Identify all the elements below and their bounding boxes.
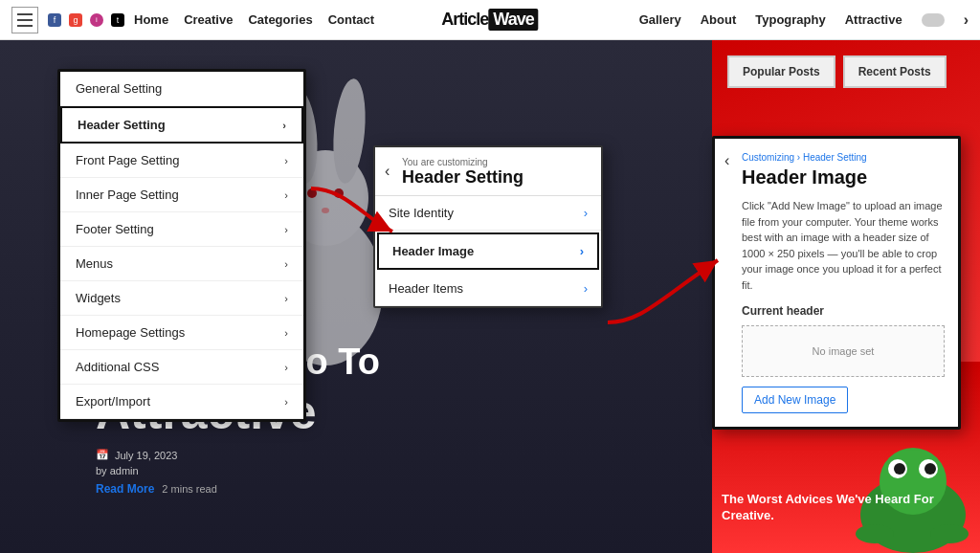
breadcrumb-section: Header Setting xyxy=(803,152,867,163)
svg-point-4 xyxy=(307,188,317,198)
chevron-right-icon: › xyxy=(284,258,288,270)
nav-creative[interactable]: Creative xyxy=(184,12,233,27)
chevron-blue-icon: › xyxy=(584,281,588,296)
red-post-title: The Worst Advices We've Heard For Creati… xyxy=(722,492,970,524)
panel-image-description: Click "Add New Image" to upload an image… xyxy=(742,198,945,293)
google-icon[interactable]: g xyxy=(69,13,82,27)
menu-footer-setting[interactable]: Footer Setting › xyxy=(60,212,303,247)
menu-widgets[interactable]: Widgets › xyxy=(60,281,303,316)
panel-header-header-image[interactable]: Header Image › xyxy=(377,232,599,270)
nav-attractive[interactable]: Attractive xyxy=(845,12,902,27)
svg-point-5 xyxy=(334,188,344,198)
main-area: Sould Not Go To Attractive 📅 July 19, 20… xyxy=(0,40,980,553)
current-header-label: Current header xyxy=(742,304,945,318)
chevron-right-icon: › xyxy=(284,189,288,201)
breadcrumb-customizing: Customizing xyxy=(742,152,794,163)
menu-homepage-settings[interactable]: Homepage Settings › xyxy=(60,316,303,350)
menu-header-setting[interactable]: Header Setting › xyxy=(60,106,303,144)
menu-inner-page[interactable]: Inner Page Setting › xyxy=(60,178,303,212)
chevron-right-icon: › xyxy=(284,396,288,408)
facebook-icon[interactable]: f xyxy=(48,13,61,27)
chevron-right-icon: › xyxy=(284,293,288,304)
menu-front-page[interactable]: Front Page Setting › xyxy=(60,144,303,178)
instagram-icon[interactable]: i xyxy=(90,13,103,27)
recent-posts-button[interactable]: Recent Posts xyxy=(843,55,947,88)
nav-contact[interactable]: Contact xyxy=(328,12,374,27)
topnav: f g i t Home Creative Categories Contact… xyxy=(0,0,980,40)
social-icons: f g i t xyxy=(48,13,124,27)
hero-meta: 📅 July 19, 2023 xyxy=(96,449,380,461)
panel-image-title: Header Image xyxy=(742,166,945,188)
svg-point-6 xyxy=(322,208,329,213)
chevron-right-icon: › xyxy=(282,120,286,131)
chevron-right-icon: › xyxy=(284,362,288,373)
chevron-blue-icon: › xyxy=(580,244,584,258)
breadcrumb: Customizing › Header Setting xyxy=(742,152,945,163)
chevron-right-icon: › xyxy=(284,224,288,235)
panel-header-title: Header Setting xyxy=(402,167,588,188)
panel-header-setting: ‹ You are customizing Header Setting Sit… xyxy=(373,145,603,308)
hero-date: July 19, 2023 xyxy=(115,450,177,461)
panel-image-back-icon[interactable]: ‹ xyxy=(724,152,729,169)
chevron-right-icon: › xyxy=(284,155,288,166)
customizing-label: You are customizing xyxy=(402,157,588,167)
nav-home[interactable]: Home xyxy=(134,12,168,27)
nav-more[interactable]: › xyxy=(964,11,969,29)
popular-posts-button[interactable]: Popular Posts xyxy=(727,55,835,88)
read-more-link[interactable]: Read More xyxy=(96,482,154,496)
svg-point-10 xyxy=(894,463,905,475)
nav-gallery[interactable]: Gallery xyxy=(639,12,681,27)
svg-point-14 xyxy=(930,524,969,543)
chevron-blue-icon: › xyxy=(584,206,588,220)
panel-header-top: ‹ You are customizing Header Setting xyxy=(375,147,601,196)
hamburger-button[interactable] xyxy=(11,7,38,33)
chevron-right-icon: › xyxy=(284,327,288,339)
hero-author: by admin xyxy=(96,465,380,476)
panel-header-image: ‹ Customizing › Header Setting Header Im… xyxy=(712,136,961,430)
red-content: Popular Posts Recent Posts xyxy=(712,40,980,119)
no-image-placeholder: No image set xyxy=(742,325,945,377)
svg-point-13 xyxy=(856,524,894,543)
logo-article: Article xyxy=(441,10,488,30)
menu-additional-css[interactable]: Additional CSS › xyxy=(60,350,303,385)
panel-general-settings: General Setting Header Setting › Front P… xyxy=(57,69,306,422)
panel-header-site-identity[interactable]: Site Identity › xyxy=(375,196,601,231)
back-arrow-icon[interactable]: ‹ xyxy=(385,163,390,180)
panel-header-header-items[interactable]: Header Items › xyxy=(375,272,601,306)
hero-read-more: Read More 2 mins read xyxy=(96,482,380,496)
svg-point-12 xyxy=(924,463,936,475)
popular-recent-buttons: Popular Posts Recent Posts xyxy=(727,55,965,88)
read-time: 2 mins read xyxy=(162,483,216,495)
logo-wave: Wave xyxy=(488,9,538,31)
nav-links: Home Creative Categories Contact xyxy=(134,12,374,27)
nav-right-links: Gallery About Typography Attractive › xyxy=(639,11,969,29)
nav-categories[interactable]: Categories xyxy=(248,12,312,27)
tiktok-icon[interactable]: t xyxy=(111,13,124,27)
nav-about[interactable]: About xyxy=(701,12,737,27)
site-logo: ArticleWave xyxy=(441,9,538,31)
add-new-image-button[interactable]: Add New Image xyxy=(742,387,848,413)
menu-menus[interactable]: Menus › xyxy=(60,247,303,281)
nav-typography[interactable]: Typography xyxy=(755,12,825,27)
menu-export-import[interactable]: Export/Import › xyxy=(60,385,303,419)
dark-mode-toggle[interactable] xyxy=(922,13,945,27)
menu-general-setting[interactable]: General Setting xyxy=(60,72,303,106)
